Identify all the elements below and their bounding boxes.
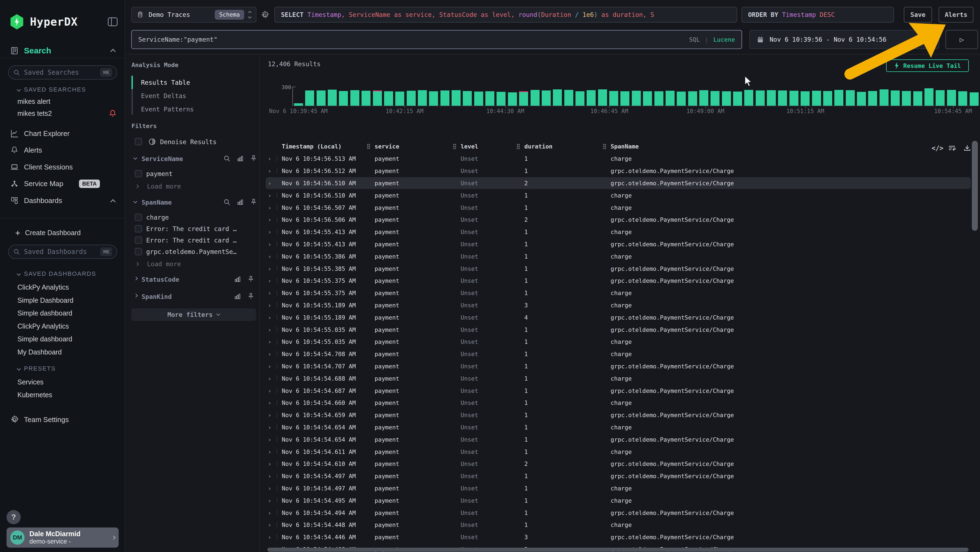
histogram-bar[interactable] [913, 91, 922, 106]
help-button[interactable]: ? [6, 510, 21, 524]
preset-item[interactable]: Services [18, 378, 43, 386]
expand-row-icon[interactable]: › [268, 534, 271, 541]
saved-dashboards-input[interactable]: Saved Dashboards ⌘K [8, 245, 117, 259]
alerts-button[interactable]: Alerts [939, 7, 974, 22]
sql-select-editor[interactable]: SELECT Timestamp, ServiceName as service… [274, 7, 737, 22]
column-drag-handle[interactable] [453, 144, 456, 149]
analysis-mode-results-table[interactable]: Results Table [141, 79, 190, 86]
expand-row-icon[interactable]: › [268, 363, 271, 369]
chevron-up-icon[interactable] [110, 199, 116, 204]
histogram-bar[interactable] [317, 91, 326, 106]
download-icon[interactable] [963, 144, 971, 152]
table-row[interactable]: ›Nov 6 10:54:56.506 AMpaymentUnset2grpc.… [266, 214, 971, 226]
saved-dashboards-header[interactable]: SAVED DASHBOARDS [18, 270, 96, 278]
filter-checkbox[interactable] [135, 170, 142, 177]
denoise-checkbox[interactable] [135, 138, 142, 145]
table-row[interactable]: ›Nov 6 10:54:54.688 AMpaymentUnset1charg… [266, 372, 971, 384]
chart-icon[interactable] [237, 198, 244, 206]
analysis-mode-event-patterns[interactable]: Event Patterns [141, 106, 194, 113]
sidebar-item-alerts[interactable]: Alerts [0, 143, 125, 157]
histogram-bar[interactable] [508, 93, 517, 106]
wrap-lines-icon[interactable] [948, 144, 956, 152]
histogram-bar[interactable] [935, 90, 945, 106]
expand-row-icon[interactable]: › [268, 375, 271, 382]
table-row[interactable]: ›Nov 6 10:54:54.611 AMpaymentUnset1charg… [266, 445, 971, 458]
filter-checkbox[interactable] [135, 214, 142, 221]
table-row[interactable]: ›Nov 6 10:54:55.413 AMpaymentUnset1grpc.… [266, 238, 971, 250]
histogram-bar[interactable] [947, 90, 956, 106]
table-row[interactable]: ›Nov 6 10:54:55.035 AMpaymentUnset1grpc.… [266, 324, 971, 336]
sidebar-item-team-settings[interactable]: Team Settings [0, 413, 125, 427]
expand-row-icon[interactable]: › [268, 485, 271, 491]
histogram-bar[interactable] [834, 90, 843, 106]
filter-value-label[interactable]: charge [146, 214, 169, 221]
histogram-bar[interactable] [294, 103, 303, 106]
table-row[interactable]: ›Nov 6 10:54:55.413 AMpaymentUnset1charg… [266, 226, 971, 238]
histogram-bar[interactable] [958, 91, 967, 106]
histogram-bar[interactable] [643, 91, 652, 106]
expand-row-icon[interactable]: › [268, 509, 271, 516]
table-row[interactable]: ›Nov 6 10:54:54.495 AMpaymentUnset1charg… [266, 494, 971, 506]
table-row[interactable]: ›Nov 6 10:54:54.708 AMpaymentUnset1charg… [266, 348, 971, 360]
histogram-bar[interactable] [576, 91, 584, 106]
table-row[interactable]: ›Nov 6 10:54:54.494 AMpaymentUnset1grpc.… [266, 506, 971, 519]
column-header-service[interactable]: service [375, 143, 399, 150]
histogram-bar[interactable] [587, 90, 596, 106]
chevron-up-icon[interactable] [110, 49, 116, 54]
time-range-picker[interactable]: Nov 6 10:39:56 - Nov 6 10:54:56 [749, 30, 939, 49]
expand-row-icon[interactable]: › [268, 424, 271, 431]
histogram-bar[interactable] [441, 91, 449, 106]
table-row[interactable]: ›Nov 6 10:54:56.507 AMpaymentUnset1charg… [266, 201, 971, 214]
histogram-bar[interactable] [328, 89, 337, 106]
saved-dashboard-item[interactable]: Simple Dashboard [18, 297, 73, 304]
column-header-timestamp-local-[interactable]: Timestamp (Local) [282, 143, 342, 150]
table-row[interactable]: ›Nov 6 10:54:55.375 AMpaymentUnset1charg… [266, 287, 971, 299]
expand-row-icon[interactable]: › [268, 522, 271, 528]
histogram-bar[interactable] [553, 89, 562, 106]
expand-row-icon[interactable]: › [268, 192, 271, 199]
filter-value-label[interactable]: payment [146, 170, 173, 177]
load-more-button[interactable]: Load more [147, 260, 181, 268]
histogram-bar[interactable] [744, 90, 753, 106]
expand-row-icon[interactable]: › [268, 387, 271, 394]
expand-row-icon[interactable]: › [268, 351, 271, 357]
column-drag-handle[interactable] [603, 144, 606, 149]
column-drag-handle[interactable] [517, 144, 520, 149]
expand-row-icon[interactable]: › [268, 314, 271, 321]
filter-group-statuscode[interactable]: StatusCode [142, 276, 179, 283]
pin-icon[interactable] [247, 276, 255, 283]
histogram-bar[interactable] [857, 92, 866, 106]
table-row[interactable]: ›Nov 6 10:54:54.610 AMpaymentUnset2grpc.… [266, 458, 971, 470]
histogram-bar[interactable] [711, 91, 719, 106]
histogram-bar[interactable] [778, 91, 787, 106]
expand-row-icon[interactable]: › [268, 265, 271, 272]
expand-row-icon[interactable]: › [268, 228, 271, 235]
saved-dashboard-item[interactable]: Simple dashboard [18, 309, 72, 317]
expand-row-icon[interactable]: › [268, 168, 271, 174]
analysis-mode-event-deltas[interactable]: Event Deltas [141, 93, 186, 99]
load-more-button[interactable]: Load more [147, 183, 181, 190]
histogram-bar[interactable] [305, 91, 314, 106]
filter-value-label[interactable]: Error: The credit card … [146, 237, 237, 244]
filter-value-label[interactable]: grpc.oteldemo.PaymentSe… [146, 248, 237, 255]
table-row[interactable]: ›Nov 6 10:54:55.375 AMpaymentUnset1grpc.… [266, 274, 971, 287]
histogram-bar[interactable] [429, 91, 438, 106]
table-row[interactable]: ›Nov 6 10:54:55.385 AMpaymentUnset1grpc.… [266, 262, 971, 274]
order-by-editor[interactable]: ORDER BY Timestamp DESC [741, 7, 894, 22]
table-row[interactable]: ›Nov 6 10:54:54.497 AMpaymentUnset1charg… [266, 482, 971, 495]
filter-group-spankind[interactable]: SpanKind [142, 293, 172, 300]
column-drag-handle[interactable] [367, 144, 370, 149]
source-selector[interactable]: Demo Traces Schema [131, 7, 256, 22]
presets-header[interactable]: PRESETS [18, 365, 56, 372]
histogram-bar[interactable] [800, 91, 810, 106]
pin-icon[interactable] [250, 155, 257, 162]
histogram-bar[interactable] [666, 91, 675, 106]
search-icon[interactable] [223, 198, 231, 206]
saved-searches-input[interactable]: Saved Searches ⌘K [8, 65, 117, 80]
histogram-bar[interactable] [531, 90, 539, 106]
table-row[interactable]: ›Nov 6 10:54:56.513 AMpaymentUnset1charg… [266, 153, 971, 165]
saved-search-item[interactable]: mikes tets2 [18, 110, 52, 117]
run-query-button[interactable]: ▷ [945, 30, 978, 49]
table-row[interactable]: ›Nov 6 10:54:54.654 AMpaymentUnset1grpc.… [266, 433, 971, 445]
histogram-bar[interactable] [868, 91, 877, 106]
